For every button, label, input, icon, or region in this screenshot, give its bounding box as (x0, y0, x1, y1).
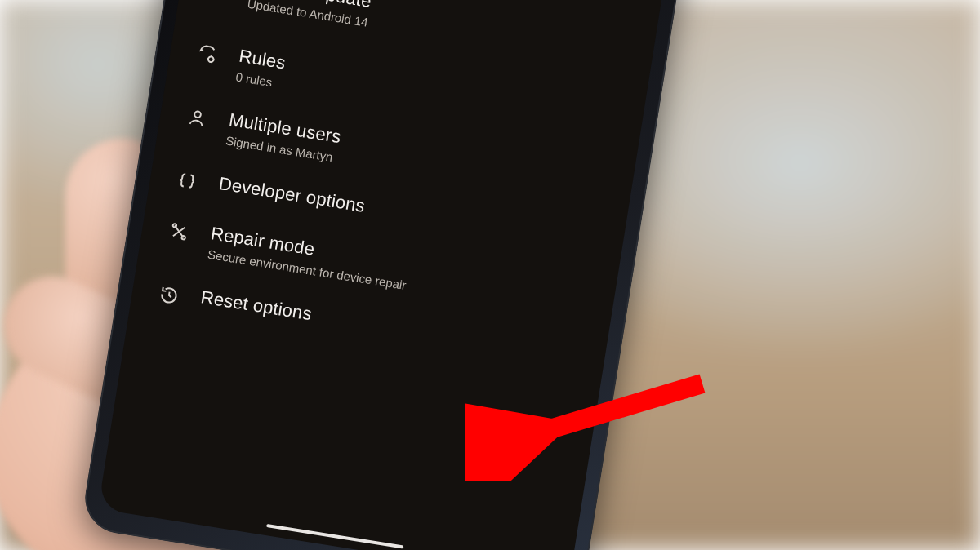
svg-point-4 (172, 224, 176, 228)
item-title: Reset options (199, 286, 314, 325)
history-icon (154, 282, 185, 308)
android-settings-screen: Dat... GMT+00:00 Gree... Backup (98, 0, 670, 550)
settings-list: Dat... GMT+00:00 Gree... Backup (98, 0, 670, 550)
braces-icon (172, 169, 203, 194)
phone: Dat... GMT+00:00 Gree... Backup (80, 0, 688, 550)
item-subtitle: 0 rules (235, 69, 283, 91)
item-title: Developer options (217, 173, 367, 217)
tools-icon (163, 219, 194, 244)
item-title: Rules (238, 46, 287, 74)
svg-point-2 (208, 56, 214, 62)
svg-point-3 (194, 111, 202, 118)
photo-scene: Dat... GMT+00:00 Gree... Backup (0, 0, 980, 550)
rules-icon (192, 42, 223, 67)
person-icon (182, 105, 213, 131)
